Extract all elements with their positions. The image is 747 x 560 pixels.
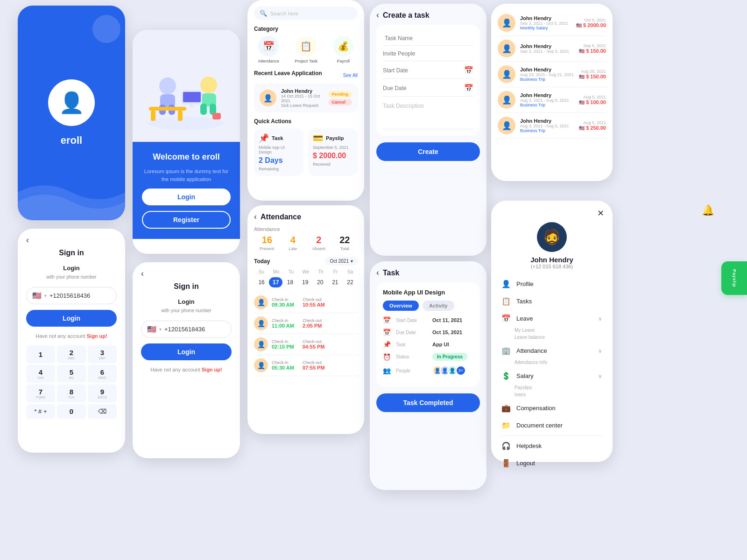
numpad-star[interactable]: * # + <box>26 404 55 419</box>
screen-signin-right: ‹ Sign in Login with your phone number 🇺… <box>133 262 240 458</box>
back-button-2[interactable]: ‹ <box>141 269 232 279</box>
calendar-icon-due2: 📅 <box>383 329 392 336</box>
login-button[interactable]: Login <box>26 310 117 327</box>
welcome-register-button[interactable]: Register <box>142 211 231 229</box>
numpad-7[interactable]: 7PQRS <box>26 385 55 402</box>
start-date-input[interactable] <box>383 67 461 74</box>
payslip-qa-card[interactable]: 💳 Payslip September 5, 2021 $ 2000.00 Re… <box>308 128 358 176</box>
numpad-8[interactable]: 8TUV <box>57 385 86 402</box>
day-sa: Sa <box>343 269 358 274</box>
numpad-3[interactable]: 3DEF <box>88 345 117 363</box>
menu-label-logout: Logout <box>516 460 602 467</box>
trans-dates-3: Aug 23, 2021 - Aug 21, 2021 <box>520 72 574 77</box>
numpad-9[interactable]: 9WXYZ <box>88 385 117 402</box>
payslip-qa-label: Payslip <box>326 135 344 141</box>
date-21[interactable]: 21 <box>328 277 343 287</box>
tab-overview[interactable]: Overview <box>383 301 419 311</box>
menu-label-tasks: Tasks <box>516 298 602 305</box>
checkout-label-3: Check-out <box>303 339 325 344</box>
chevron-down-icon: ▾ <box>44 293 47 298</box>
login-label: Login <box>63 265 79 272</box>
back-button-3[interactable]: ‹ <box>254 212 257 222</box>
menu-label-helpdesk: Helpdesk <box>516 442 602 449</box>
date-17-active[interactable]: 17 <box>269 277 282 287</box>
menu-item-compensation[interactable]: 💼 Compensation <box>500 400 604 416</box>
search-bar[interactable]: 🔍 Search here <box>254 7 358 20</box>
status-badge: In Progress <box>432 353 467 361</box>
task-qa-card[interactable]: 📌 Task Mobile App UI Design 2 Days Remai… <box>254 128 303 176</box>
eroll-avatar-icon: 👤 <box>59 91 85 115</box>
notification-bell-icon[interactable]: 🔔 <box>702 204 714 217</box>
recent-leave-header: Recent Leave Application See All <box>254 70 358 80</box>
close-icon[interactable]: ✕ <box>597 208 604 218</box>
invite-people-input[interactable] <box>383 50 473 57</box>
task-name-input[interactable] <box>383 31 473 46</box>
task-sublabel: Mobile App UI Design <box>259 145 299 154</box>
numpad-2[interactable]: 2ABC <box>57 345 86 363</box>
task-name: Mobile App UI Design <box>383 289 473 296</box>
welcome-login-button[interactable]: Login <box>142 189 231 205</box>
numpad-backspace[interactable]: ⌫ <box>88 404 117 419</box>
numpad-0[interactable]: 0 <box>57 404 86 419</box>
see-all-link[interactable]: See All <box>343 73 358 78</box>
back-button-5[interactable]: ‹ <box>376 268 379 278</box>
menu-item-attendance[interactable]: 🏢 Attendance ∨ <box>500 343 604 359</box>
create-task-button[interactable]: Create <box>376 142 480 161</box>
chevron-down-month-icon: ▾ <box>351 259 353 264</box>
day-fr: Fr <box>328 269 343 274</box>
numpad-1[interactable]: 1 <box>26 345 55 363</box>
trans-avatar-2: 👤 <box>498 40 515 57</box>
trans-type-5: Business Trip <box>520 128 574 133</box>
back-button-4[interactable]: ‹ <box>376 10 379 20</box>
task-completed-button[interactable]: Task Completed <box>376 393 480 412</box>
attendance-sub-1: Attendance Info <box>500 360 604 367</box>
status-icon: ⏰ <box>383 353 392 361</box>
screen-task-detail: ‹ Task Mobile App UI Design Overview Act… <box>370 261 486 490</box>
due-date-input[interactable] <box>383 85 461 91</box>
leave-avatar: 👤 <box>260 90 276 106</box>
back-button[interactable]: ‹ <box>26 235 117 245</box>
date-20[interactable]: 20 <box>313 277 328 287</box>
login-button-2[interactable]: Login <box>141 343 232 360</box>
signup-link-2[interactable]: Sign up! <box>202 367 222 372</box>
category-task[interactable]: 📋 Project Task <box>295 36 317 63</box>
category-attendance[interactable]: 📅 Attendance <box>258 36 280 63</box>
menu-item-salary[interactable]: 💲 Salary ∨ <box>500 368 604 384</box>
date-16[interactable]: 16 <box>254 277 269 287</box>
date-19[interactable]: 19 <box>298 277 313 287</box>
phone-input-row[interactable]: 🇺🇸 ▾ +12015618436 <box>26 287 117 304</box>
menu-item-profile[interactable]: 👤 Profile <box>500 276 604 292</box>
tab-activity[interactable]: Activity <box>423 301 454 311</box>
login-sublabel-2: with your phone number <box>161 308 211 313</box>
trans-type-3: Business Trip <box>520 77 574 82</box>
stat-total: 22 Total <box>332 235 358 251</box>
leave-icon: 📅 <box>501 314 512 323</box>
date-22[interactable]: 22 <box>343 277 358 287</box>
svg-point-8 <box>200 77 217 93</box>
checkin-label-4: Check-in <box>272 360 294 365</box>
menu-item-tasks[interactable]: 📋 Tasks <box>500 293 604 309</box>
signup-link[interactable]: Sign up! <box>87 333 107 339</box>
trans-row-2: 👤 John Hendry Sep 3, 2021 - Sep 5, 2021 … <box>498 36 606 62</box>
menu-item-helpdesk[interactable]: 🎧 Helpdesk <box>500 438 604 454</box>
month-select[interactable]: Oct 2021 ▾ <box>325 257 358 266</box>
people-avatars: 👤 👤 👤 3+ <box>432 365 466 376</box>
numpad-4[interactable]: 4GHI <box>26 365 55 383</box>
profile-icon: 👤 <box>501 280 512 288</box>
menu-item-documents[interactable]: 📁 Document center <box>500 417 604 434</box>
detail-start-date: 📅 Start Date Oct 11, 2021 <box>383 316 473 324</box>
payslip-partial-card: Payslip <box>721 261 747 295</box>
menu-item-leave[interactable]: 📅 Leave ∨ <box>500 310 604 327</box>
numpad-5[interactable]: 5JKL <box>57 365 86 383</box>
calendar-icon-start2: 📅 <box>383 316 392 324</box>
checkin-time-3: 02:15 PM <box>272 344 294 350</box>
phone-input-row-2[interactable]: 🇺🇸 ▾ +12015618436 <box>141 321 232 338</box>
profile-avatar: 🧔 <box>537 222 567 252</box>
checkin-label-3: Check-in <box>272 339 294 344</box>
numpad-6[interactable]: 6MNO <box>88 365 117 383</box>
menu-item-logout[interactable]: 🚪 Logout <box>500 455 604 471</box>
people-label: People <box>396 368 429 373</box>
category-payroll[interactable]: 💰 Payroll <box>333 36 353 63</box>
date-18[interactable]: 18 <box>282 277 297 287</box>
task-icon: 📋 <box>300 41 312 52</box>
